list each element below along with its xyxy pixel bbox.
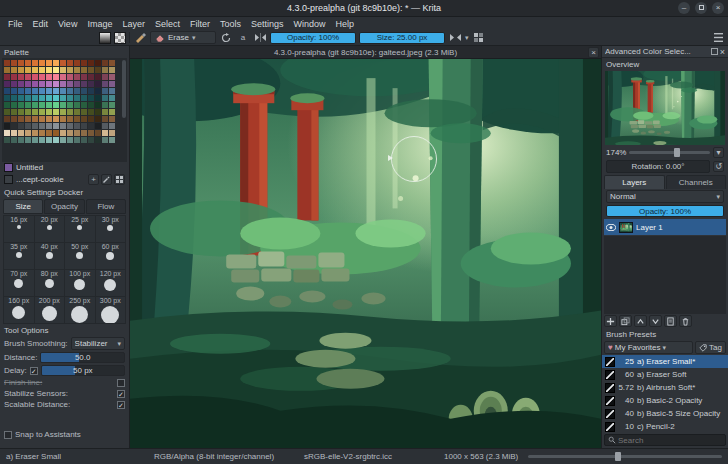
palette-swatch[interactable]: [60, 123, 66, 129]
palette-swatch[interactable]: [74, 60, 80, 66]
palette-swatch[interactable]: [109, 102, 115, 108]
toolbar-overflow-icon[interactable]: [711, 31, 725, 44]
palette-swatch[interactable]: [11, 137, 17, 143]
preset-tag-filter-dropdown[interactable]: ♥ My Favorites ▾: [604, 341, 693, 354]
palette-swatch[interactable]: [32, 67, 38, 73]
palette-swatch[interactable]: [18, 88, 24, 94]
palette-swatch[interactable]: [102, 67, 108, 73]
palette-swatch[interactable]: [4, 67, 10, 73]
palette-swatch[interactable]: [32, 81, 38, 87]
palette-swatch[interactable]: [32, 60, 38, 66]
pattern-chooser-button[interactable]: [114, 32, 126, 44]
move-layer-up-button[interactable]: [634, 315, 647, 327]
palette-swatch[interactable]: [4, 81, 10, 87]
palette-swatch[interactable]: [60, 95, 66, 101]
palette-swatch[interactable]: [88, 102, 94, 108]
layer-visibility-eye-icon[interactable]: [606, 224, 616, 231]
palette-swatch[interactable]: [4, 74, 10, 80]
tab-channels[interactable]: Channels: [666, 175, 727, 189]
gradient-chooser-button[interactable]: [99, 32, 111, 44]
palette-swatch[interactable]: [102, 102, 108, 108]
palette-swatch[interactable]: [18, 123, 24, 129]
palette-swatch[interactable]: [46, 116, 52, 122]
palette-swatch[interactable]: [81, 123, 87, 129]
palette-swatch[interactable]: [67, 81, 73, 87]
brush-preset-item[interactable]: 10c) Pencil-2: [602, 420, 728, 433]
scalable-distance-checkbox[interactable]: [117, 401, 125, 409]
palette-swatch[interactable]: [39, 88, 45, 94]
palette-swatch[interactable]: [60, 60, 66, 66]
zoom-slider-handle[interactable]: [674, 148, 680, 157]
menu-item-image[interactable]: Image: [82, 19, 117, 29]
brush-size-25[interactable]: 25 px: [65, 216, 95, 242]
palette-swatch[interactable]: [53, 67, 59, 73]
status-zoom-handle[interactable]: [615, 452, 621, 461]
palette-swatch[interactable]: [74, 130, 80, 136]
palette-swatch[interactable]: [95, 81, 101, 87]
palette-swatch[interactable]: [102, 74, 108, 80]
palette-swatch[interactable]: [53, 74, 59, 80]
palette-swatch[interactable]: [60, 116, 66, 122]
palette-swatch[interactable]: [109, 95, 115, 101]
blending-mode-dropdown[interactable]: Erase ▾: [150, 31, 216, 44]
palette-swatch[interactable]: [53, 123, 59, 129]
layer-list-empty-area[interactable]: [604, 236, 726, 314]
menu-item-filter[interactable]: Filter: [185, 19, 215, 29]
palette-swatch[interactable]: [102, 109, 108, 115]
palette-swatch[interactable]: [102, 123, 108, 129]
brush-size-70[interactable]: 70 px: [4, 270, 34, 296]
palette-swatch[interactable]: [102, 116, 108, 122]
palette-swatch[interactable]: [32, 137, 38, 143]
finish-line-checkbox[interactable]: [117, 379, 125, 387]
palette-swatch[interactable]: [67, 95, 73, 101]
palette-swatch[interactable]: [25, 116, 31, 122]
palette-swatch[interactable]: [11, 81, 17, 87]
minimize-button[interactable]: –: [678, 2, 690, 14]
palette-swatch[interactable]: [46, 74, 52, 80]
layer-properties-button[interactable]: [664, 315, 677, 327]
palette-swatch[interactable]: [4, 60, 10, 66]
palette-swatch[interactable]: [74, 95, 80, 101]
tab-size[interactable]: Size: [3, 199, 43, 214]
palette-swatch[interactable]: [39, 130, 45, 136]
delay-spinbox[interactable]: 50 px: [41, 365, 125, 376]
brush-size-16[interactable]: 16 px: [4, 216, 34, 242]
menu-item-edit[interactable]: Edit: [28, 19, 54, 29]
palette-swatch[interactable]: [18, 109, 24, 115]
palette-swatch[interactable]: [95, 95, 101, 101]
palette-swatch[interactable]: [102, 81, 108, 87]
subwindow-close-button[interactable]: ×: [588, 47, 599, 58]
palette-swatch[interactable]: [39, 137, 45, 143]
palette-swatch[interactable]: [18, 116, 24, 122]
palette-swatch[interactable]: [95, 123, 101, 129]
palette-swatch[interactable]: [4, 130, 10, 136]
palette-swatch[interactable]: [53, 88, 59, 94]
palette-swatch[interactable]: [18, 95, 24, 101]
palette-swatch[interactable]: [81, 60, 87, 66]
tab-opacity[interactable]: Opacity: [44, 199, 84, 214]
brush-preset-item[interactable]: 25a) Eraser Small*: [602, 355, 728, 368]
palette-swatch[interactable]: [67, 88, 73, 94]
palette-swatch[interactable]: [109, 60, 115, 66]
palette-swatch[interactable]: [53, 102, 59, 108]
menu-item-layer[interactable]: Layer: [117, 19, 150, 29]
canvas-viewport[interactable]: [130, 59, 601, 448]
palette-swatch[interactable]: [81, 81, 87, 87]
brush-preset-item[interactable]: 5.72b) Airbrush Soft*: [602, 381, 728, 394]
menu-item-select[interactable]: Select: [150, 19, 185, 29]
palette-swatch[interactable]: [53, 116, 59, 122]
palette-swatch[interactable]: [11, 130, 17, 136]
palette-swatch[interactable]: [4, 88, 10, 94]
advanced-color-selector-header[interactable]: Advanced Color Selec... ×: [602, 46, 728, 58]
palette-swatch[interactable]: [32, 123, 38, 129]
palette-swatch[interactable]: [109, 88, 115, 94]
palette-swatch[interactable]: [81, 109, 87, 115]
palette-swatch[interactable]: [11, 109, 17, 115]
menu-item-file[interactable]: File: [3, 19, 28, 29]
mirror-horizontal-icon[interactable]: [253, 31, 267, 44]
palette-swatch[interactable]: [74, 67, 80, 73]
palette-swatch[interactable]: [88, 137, 94, 143]
palette-swatch[interactable]: [74, 123, 80, 129]
palette-swatch[interactable]: [39, 102, 45, 108]
palette-swatch[interactable]: [11, 95, 17, 101]
